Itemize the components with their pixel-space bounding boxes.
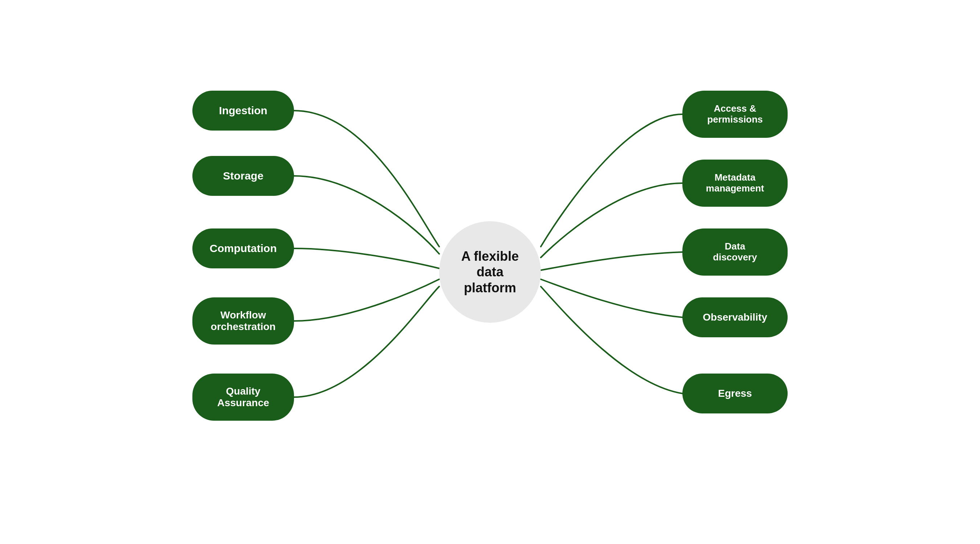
pill-quality: QualityAssurance bbox=[192, 374, 294, 421]
pill-quality-label: QualityAssurance bbox=[217, 385, 269, 409]
pill-ingestion-label: Ingestion bbox=[219, 105, 267, 117]
diagram-container: A flexible data platform Ingestion Stora… bbox=[163, 73, 817, 471]
pill-ingestion: Ingestion bbox=[192, 90, 294, 130]
pill-computation: Computation bbox=[192, 228, 294, 268]
center-circle: A flexible data platform bbox=[439, 221, 541, 323]
pill-workflow-label: Workfloworchestration bbox=[211, 309, 276, 333]
center-text: A flexible data platform bbox=[461, 248, 519, 296]
pill-metadata: Metadatamanagement bbox=[682, 160, 788, 207]
pill-access-label: Access &permissions bbox=[707, 103, 763, 125]
pill-discovery: Datadiscovery bbox=[682, 228, 788, 276]
pill-computation-label: Computation bbox=[210, 242, 277, 255]
pill-access: Access &permissions bbox=[682, 90, 788, 138]
pill-observability: Observability bbox=[682, 297, 788, 337]
pill-observability-label: Observability bbox=[703, 311, 767, 323]
pill-storage: Storage bbox=[192, 156, 294, 196]
pill-egress-label: Egress bbox=[718, 388, 752, 399]
pill-storage-label: Storage bbox=[223, 170, 264, 182]
pill-discovery-label: Datadiscovery bbox=[713, 241, 757, 263]
pill-metadata-label: Metadatamanagement bbox=[706, 172, 764, 194]
pill-egress: Egress bbox=[682, 374, 788, 414]
pill-workflow: Workfloworchestration bbox=[192, 297, 294, 344]
